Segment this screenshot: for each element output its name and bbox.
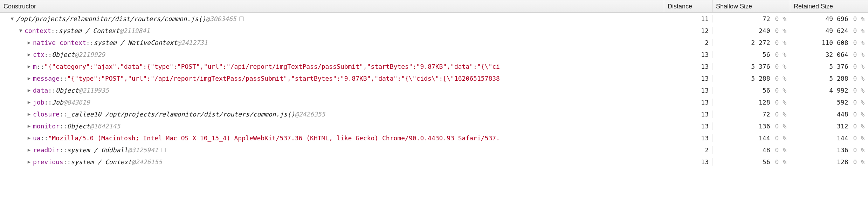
constructor-cell[interactable]: ▶ctx :: Object @2119929 [0, 51, 664, 58]
shallow-pct: 0 % [775, 134, 786, 142]
distance-cell: 11 [664, 15, 712, 22]
shallow-pct: 0 % [775, 99, 786, 106]
table-row[interactable]: ▶readDir :: system / Oddball @3125941248… [0, 144, 868, 156]
shallow-value: 72 [763, 15, 770, 22]
object-address: @3125941 [128, 146, 158, 154]
constructor-cell[interactable]: ▶closure :: _callee10 /opt/projects/rela… [0, 111, 664, 118]
retained-cell: 1360 % [790, 146, 868, 154]
distance-cell: 13 [664, 111, 712, 118]
separator: :: [86, 39, 94, 46]
retained-value: 4 992 [829, 87, 848, 94]
retained-value: 136 [837, 146, 848, 154]
table-row[interactable]: ▶monitor :: Object @1642145131360 %3120 … [0, 120, 868, 132]
constructor-cell[interactable]: ▼/opt/projects/relamonitor/dist/routers/… [0, 15, 664, 22]
chevron-right-icon[interactable]: ▶ [27, 40, 32, 45]
property-name: closure [33, 111, 60, 118]
table-header: Constructor Distance Shallow Size Retain… [0, 0, 868, 13]
shallow-value: 5 376 [751, 63, 770, 70]
distance-cell: 13 [664, 122, 712, 130]
distance-cell: 12 [664, 27, 712, 34]
object-address: @2426155 [132, 158, 162, 166]
shallow-cell: 1360 % [712, 122, 790, 130]
property-name: ctx [33, 51, 44, 58]
table-row[interactable]: ▶job :: Job @843619131280 %5920 % [0, 96, 868, 108]
constructor-cell[interactable]: ▶readDir :: system / Oddball @3125941 [0, 146, 664, 154]
chevron-right-icon[interactable]: ▶ [27, 87, 32, 93]
class-name: system / Context [71, 158, 131, 166]
retained-cell: 49 6960 % [790, 15, 868, 22]
header-constructor[interactable]: Constructor [0, 0, 664, 12]
shallow-value: 56 [763, 51, 770, 58]
string-value: "{"type":"POST","url":"/api/report/imgTe… [67, 75, 500, 82]
chevron-right-icon[interactable]: ▶ [27, 159, 32, 165]
constructor-cell[interactable]: ▶job :: Job @843619 [0, 99, 664, 106]
header-retained[interactable]: Retained Size [790, 0, 868, 12]
separator: :: [44, 51, 52, 58]
shallow-value: 56 [763, 87, 770, 94]
shallow-pct: 0 % [775, 27, 786, 34]
chevron-right-icon[interactable]: ▶ [27, 135, 32, 141]
retained-cell: 32 0640 % [790, 51, 868, 58]
shallow-pct: 0 % [775, 158, 786, 166]
constructor-cell[interactable]: ▶native_context :: system / NativeContex… [0, 39, 664, 46]
shallow-cell: 5 3760 % [712, 63, 790, 70]
table-row[interactable]: ▶ctx :: Object @211992913560 %32 0640 % [0, 48, 868, 60]
table-row[interactable]: ▼context :: system / Context @2119841122… [0, 25, 868, 36]
header-distance[interactable]: Distance [664, 0, 712, 12]
table-body: ▼/opt/projects/relamonitor/dist/routers/… [0, 13, 868, 168]
table-row[interactable]: ▶closure :: _callee10 /opt/projects/rela… [0, 108, 868, 120]
retained-pct: 0 % [853, 111, 864, 118]
shallow-cell: 720 % [712, 111, 790, 118]
object-address: @3003465 [206, 15, 236, 22]
chevron-right-icon[interactable]: ▶ [27, 99, 32, 105]
class-name: system / NativeContext [94, 39, 177, 46]
table-row[interactable]: ▶ua :: "Mozilla/5.0 (Macintosh; Intel Ma… [0, 132, 868, 144]
object-address: @2119841 [119, 27, 150, 34]
chevron-right-icon[interactable]: ▶ [27, 52, 32, 57]
chevron-down-icon[interactable]: ▼ [10, 16, 15, 21]
string-value: "{"category":"ajax","data":{"type":"POST… [44, 63, 500, 70]
header-distance-label: Distance [668, 3, 692, 10]
shallow-cell: 1440 % [712, 134, 790, 142]
constructor-cell[interactable]: ▶message :: "{"type":"POST","url":"/api/… [0, 75, 664, 82]
table-row[interactable]: ▶data :: Object @211993513560 %4 9920 % [0, 84, 868, 96]
table-row[interactable]: ▶previous :: system / Context @242615513… [0, 156, 868, 168]
retained-pct: 0 % [853, 27, 864, 34]
object-address: @2426355 [295, 111, 325, 118]
chevron-right-icon[interactable]: ▶ [27, 123, 32, 129]
shallow-cell: 560 % [712, 158, 790, 166]
retained-pct: 0 % [853, 63, 864, 70]
constructor-cell[interactable]: ▶previous :: system / Context @2426155 [0, 158, 664, 166]
table-row[interactable]: ▼/opt/projects/relamonitor/dist/routers/… [0, 13, 868, 25]
retained-pct: 0 % [853, 15, 864, 22]
retained-value: 448 [837, 111, 848, 118]
chevron-down-icon[interactable]: ▼ [18, 28, 23, 33]
chevron-right-icon[interactable]: ▶ [27, 75, 32, 81]
chevron-right-icon[interactable]: ▶ [27, 111, 32, 117]
chevron-right-icon[interactable]: ▶ [27, 147, 32, 153]
constructor-cell[interactable]: ▶data :: Object @2119935 [0, 87, 664, 94]
retained-pct: 0 % [853, 99, 864, 106]
separator: :: [37, 63, 44, 70]
constructor-cell[interactable]: ▶m :: "{"category":"ajax","data":{"type"… [0, 63, 664, 70]
header-shallow[interactable]: Shallow Size [712, 0, 790, 12]
retained-pct: 0 % [853, 39, 864, 46]
shallow-pct: 0 % [775, 39, 786, 46]
chevron-right-icon[interactable]: ▶ [27, 64, 32, 69]
constructor-cell[interactable]: ▶monitor :: Object @1642145 [0, 122, 664, 130]
separator: :: [48, 87, 56, 94]
shallow-pct: 0 % [775, 87, 786, 94]
constructor-cell[interactable]: ▶ua :: "Mozilla/5.0 (Macintosh; Intel Ma… [0, 134, 664, 142]
constructor-cell[interactable]: ▼context :: system / Context @2119841 [0, 27, 664, 34]
retained-value: 32 064 [825, 51, 848, 58]
table-row[interactable]: ▶message :: "{"type":"POST","url":"/api/… [0, 72, 868, 84]
retained-value: 592 [837, 99, 848, 106]
separator: :: [51, 27, 59, 34]
property-name: data [33, 87, 48, 94]
shallow-pct: 0 % [775, 122, 786, 130]
shallow-value: 144 [759, 134, 770, 142]
distance-cell: 13 [664, 63, 712, 70]
shallow-pct: 0 % [775, 63, 786, 70]
table-row[interactable]: ▶native_context :: system / NativeContex… [0, 36, 868, 48]
table-row[interactable]: ▶m :: "{"category":"ajax","data":{"type"… [0, 60, 868, 72]
